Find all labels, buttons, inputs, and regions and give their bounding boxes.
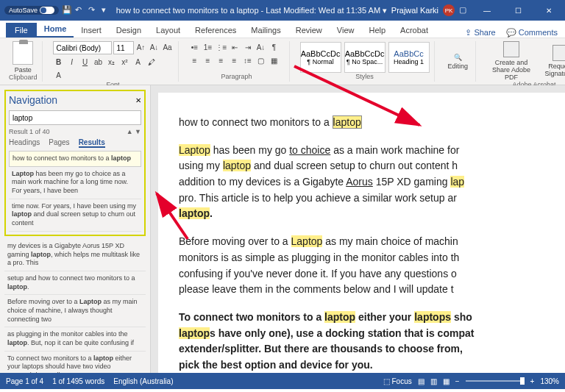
- status-lang[interactable]: English (Australia): [113, 377, 173, 385]
- nav-tab-headings[interactable]: Headings: [9, 138, 40, 148]
- sort-icon[interactable]: A↓: [255, 41, 267, 53]
- group-adobe: Create and Share Adobe PDF Request Signa…: [482, 41, 565, 82]
- search-icon: 🔍: [454, 54, 462, 61]
- indent-left-icon[interactable]: ⇤: [229, 41, 241, 53]
- shading-icon[interactable]: ▢: [255, 54, 267, 66]
- dropdown-icon[interactable]: ▾: [102, 5, 112, 15]
- bold-button[interactable]: B: [53, 56, 65, 68]
- style-nospacing[interactable]: AaBbCcDc¶ No Spac...: [344, 42, 385, 73]
- editing-button[interactable]: 🔍Editing: [445, 54, 472, 70]
- shrink-font-icon[interactable]: A↓: [149, 41, 160, 53]
- nav-result-item[interactable]: my devices is a Gigabyte Aorus 15P XD ga…: [4, 239, 146, 271]
- style-heading1[interactable]: AaBbCcHeading 1: [388, 42, 430, 73]
- align-right-icon[interactable]: ≡: [216, 54, 227, 66]
- signature-icon: [552, 45, 565, 61]
- nav-result-item[interactable]: how to connect two monitors to a laptop: [9, 151, 141, 167]
- close-button[interactable]: ✕: [536, 0, 562, 21]
- subscript-button[interactable]: x₂: [106, 56, 118, 68]
- nav-tab-results[interactable]: Results: [79, 138, 105, 148]
- zoom-slider[interactable]: [466, 380, 525, 382]
- numbering-icon[interactable]: 1≡: [202, 41, 214, 53]
- request-sig-button[interactable]: Request Signatures: [539, 45, 565, 77]
- group-editing: 🔍Editing: [441, 41, 477, 82]
- clipboard-icon: [13, 41, 33, 65]
- status-page[interactable]: Page 1 of 4: [6, 377, 43, 385]
- tab-view[interactable]: View: [330, 23, 362, 38]
- line-spacing-icon[interactable]: ↕≡: [242, 54, 254, 66]
- nav-tab-pages[interactable]: Pages: [49, 138, 69, 148]
- tab-file[interactable]: File: [6, 23, 37, 38]
- strike-button[interactable]: ab: [93, 56, 104, 68]
- titlebar: AutoSave 💾 ↶ ↷ ▾ how to connect two moni…: [0, 0, 565, 21]
- tab-acrobat[interactable]: Acrobat: [393, 23, 436, 38]
- doc-title-line: how to connect two monitors to a laptop: [179, 115, 565, 131]
- indent-right-icon[interactable]: ⇥: [242, 41, 254, 53]
- nav-result-item[interactable]: To connect two monitors to a laptop eith…: [4, 352, 146, 373]
- change-case-icon[interactable]: Aa: [162, 41, 174, 53]
- font-color-icon[interactable]: A: [53, 69, 65, 81]
- statusbar: Page 1 of 4 1 of 1495 words English (Aus…: [0, 373, 565, 389]
- tab-help[interactable]: Help: [361, 23, 393, 38]
- paste-label: Paste: [15, 66, 32, 74]
- multilevel-icon[interactable]: ⋮≡: [216, 41, 227, 53]
- justify-icon[interactable]: ≡: [229, 54, 241, 66]
- page[interactable]: how to connect two monitors to a laptop …: [158, 93, 565, 373]
- view-web-icon[interactable]: ▦: [443, 377, 449, 385]
- bullets-icon[interactable]: •≡: [189, 41, 201, 53]
- ribbon-display-icon[interactable]: ▢: [459, 5, 469, 15]
- tab-home[interactable]: Home: [37, 21, 74, 38]
- nav-result-nav-icons[interactable]: ▲ ▼: [127, 128, 141, 135]
- group-styles: AaBbCcDc¶ Normal AaBbCcDc¶ No Spac... Aa…: [296, 41, 435, 82]
- font-name-select[interactable]: [53, 41, 112, 54]
- borders-icon[interactable]: ▦: [269, 54, 280, 66]
- nav-result-item[interactable]: Before moving over to a Laptop as my mai…: [4, 295, 146, 327]
- nav-result-item[interactable]: time now. For years, I have been using m…: [9, 199, 141, 232]
- nav-result-count: Result 1 of 40: [9, 128, 50, 135]
- style-normal[interactable]: AaBbCcDc¶ Normal: [300, 42, 341, 73]
- nav-result-item[interactable]: as plugging in the monitor cables into t…: [4, 327, 146, 351]
- paste-button[interactable]: Paste: [10, 41, 36, 74]
- font-size-select[interactable]: [113, 41, 134, 54]
- zoom-in-button[interactable]: +: [530, 377, 535, 385]
- text-effects-icon[interactable]: A: [132, 56, 144, 68]
- create-pdf-button[interactable]: Create and Share Adobe PDF: [486, 41, 536, 81]
- tab-mailings[interactable]: Mailings: [244, 23, 288, 38]
- document-area[interactable]: how to connect two monitors to a laptop …: [151, 85, 565, 373]
- nav-result-item[interactable]: setup and how to connect two monitors to…: [4, 271, 146, 295]
- nav-search-input[interactable]: [9, 110, 141, 125]
- comments-button[interactable]: 💬 Comments: [506, 28, 558, 38]
- ribbon: Paste Clipboard A↑ A↓ Aa B I U ab x₂ x² …: [0, 38, 565, 85]
- highlight-icon[interactable]: 🖍: [146, 56, 157, 68]
- zoom-level[interactable]: 130%: [540, 377, 559, 385]
- tab-design[interactable]: Design: [109, 23, 149, 38]
- minimize-button[interactable]: —: [474, 0, 500, 21]
- show-marks-icon[interactable]: ¶: [269, 41, 280, 53]
- view-read-icon[interactable]: ▤: [418, 377, 424, 385]
- superscript-button[interactable]: x²: [119, 56, 131, 68]
- status-focus[interactable]: ⬚ Focus: [383, 377, 412, 385]
- view-print-icon[interactable]: ▥: [430, 377, 437, 385]
- italic-button[interactable]: I: [66, 56, 78, 68]
- tab-layout[interactable]: Layout: [149, 23, 188, 38]
- maximize-button[interactable]: ☐: [505, 0, 531, 21]
- avatar[interactable]: PK: [443, 4, 455, 16]
- underline-button[interactable]: U: [79, 56, 91, 68]
- tab-review[interactable]: Review: [288, 23, 330, 38]
- user-name[interactable]: Prajwal Karki: [391, 6, 438, 15]
- doc-para-1: Laptop has been my go to choice as a mai…: [179, 143, 565, 222]
- status-words[interactable]: 1 of 1495 words: [52, 377, 104, 385]
- autosave-toggle[interactable]: AutoSave: [4, 6, 59, 15]
- zoom-out-button[interactable]: −: [455, 377, 460, 385]
- save-icon[interactable]: 💾: [62, 5, 72, 15]
- tab-insert[interactable]: Insert: [74, 23, 109, 38]
- share-button[interactable]: ⇪ Share: [465, 28, 495, 38]
- nav-close-icon[interactable]: ✕: [135, 96, 141, 104]
- align-left-icon[interactable]: ≡: [189, 54, 201, 66]
- nav-result-item[interactable]: Laptop has been my go to choice as a mai…: [9, 167, 141, 199]
- grow-font-icon[interactable]: A↑: [135, 41, 147, 53]
- redo-icon[interactable]: ↷: [88, 5, 99, 15]
- document-title[interactable]: how to connect two monitors to a laptop …: [112, 6, 391, 15]
- align-center-icon[interactable]: ≡: [202, 54, 214, 66]
- undo-icon[interactable]: ↶: [75, 5, 85, 15]
- tab-references[interactable]: References: [188, 23, 244, 38]
